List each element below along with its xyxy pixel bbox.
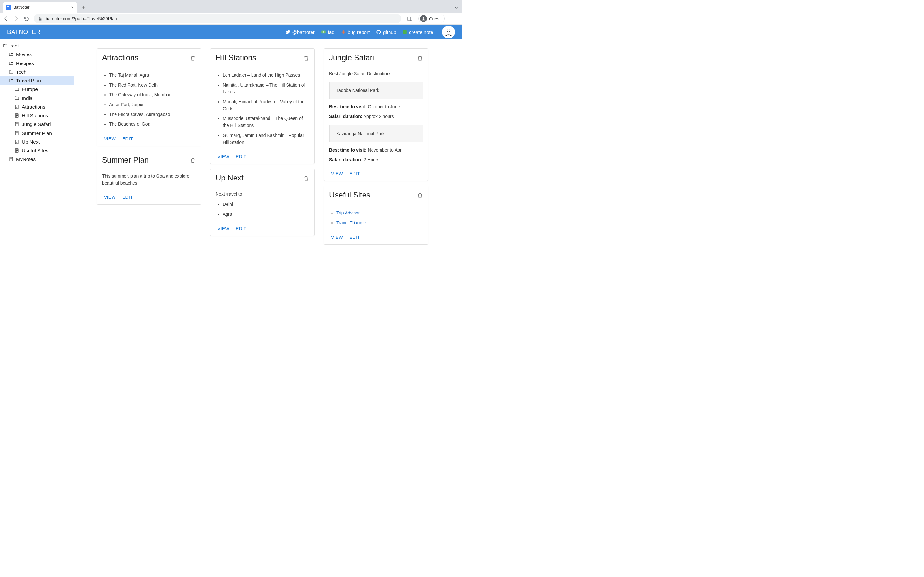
quote-block: Kaziranga National Park [329,125,423,143]
sidebar-item-europe[interactable]: Europe [0,85,74,93]
github-link[interactable]: github [376,29,396,35]
bug-report-link[interactable]: bug report [341,29,370,35]
sidebar-item-attractions[interactable]: Attractions [0,103,74,111]
list-item: Gulmarg, Jammu and Kashmir – Popular Hil… [223,132,309,146]
person-icon [420,15,427,22]
sidebar-item-label: Up Next [22,138,40,145]
view-button[interactable]: VIEW [218,226,229,231]
forward-button[interactable] [13,16,19,21]
note-icon [14,148,19,153]
twitter-icon [285,29,290,35]
bug-icon [341,30,346,35]
note-icon [14,139,19,144]
app-header: BATNOTER @batnoter ? faq bug report gith… [0,25,462,39]
edit-button[interactable]: EDIT [349,235,360,240]
sidebar-item-label: Movies [16,51,32,58]
sidebar: rootMoviesRecipesTechTravel PlanEuropeIn… [0,39,74,288]
tabs-dropdown-icon[interactable] [454,6,458,10]
info-line: Best time to visit: October to June [329,103,423,111]
card-hill-stations: Hill Stations Leh Ladakh – Land of the H… [210,48,315,164]
trash-icon[interactable] [190,155,196,163]
trash-icon[interactable] [417,190,423,198]
new-tab-button[interactable]: + [79,3,88,12]
info-line: Safari duration: Approx 2 hours [329,113,423,120]
create-note-button[interactable]: create note [403,29,433,35]
list-item: Manali, Himachal Pradesh – Valley of the… [223,98,309,112]
info-line: Safari duration: 2 Hours [329,156,423,163]
browser-menu-button[interactable]: ⋮ [449,15,459,22]
card-title: Up Next [216,173,244,182]
folder-icon [8,61,13,66]
card-useful-sites: Useful Sites Trip AdvisorTravel Triangle… [324,185,428,245]
sidebar-item-label: Summer Plan [22,129,52,137]
card-intro: Next travel to [216,191,309,198]
sidebar-item-tech[interactable]: Tech [0,68,74,76]
sidebar-item-recipes[interactable]: Recipes [0,59,74,68]
folder-icon [14,95,19,101]
trash-icon[interactable] [417,53,423,61]
sidebar-item-mynotes[interactable]: MyNotes [0,155,74,163]
note-icon [8,157,13,162]
sidebar-item-root[interactable]: root [0,41,74,50]
sidebar-item-useful-sites[interactable]: Useful Sites [0,146,74,155]
note-icon [14,104,19,109]
edit-button[interactable]: EDIT [122,195,133,200]
profile-button[interactable]: Guest [418,14,445,23]
sidebar-item-travel-plan[interactable]: Travel Plan [0,76,74,85]
svg-point-10 [447,29,450,32]
sidebar-item-up-next[interactable]: Up Next [0,137,74,146]
sidebar-item-label: root [10,42,19,49]
sidebar-item-summer-plan[interactable]: Summer Plan [0,129,74,137]
view-button[interactable]: VIEW [331,171,343,176]
address-bar[interactable]: batnoter.com/?path=Travel%20Plan [34,14,401,23]
browser-tab[interactable]: BatNoter × [3,2,77,13]
card-title: Jungle Safari [329,53,374,62]
view-button[interactable]: VIEW [104,195,116,200]
question-icon: ? [321,30,326,35]
list-item: The Ellora Caves, Aurangabad [109,111,196,118]
edit-button[interactable]: EDIT [236,226,246,231]
close-icon[interactable]: × [71,5,74,10]
quote-block: Tadoba National Park [329,82,423,99]
avatar[interactable]: </> [442,26,455,39]
reload-button[interactable] [24,16,29,21]
trash-icon[interactable] [190,53,196,61]
card-attractions: Attractions The Taj Mahal, AgraThe Red F… [97,48,201,146]
twitter-link[interactable]: @batnoter [285,29,315,35]
link[interactable]: Travel Triangle [336,220,366,226]
sidebar-item-movies[interactable]: Movies [0,50,74,59]
edit-button[interactable]: EDIT [349,171,360,176]
svg-point-3 [423,17,425,19]
trash-icon[interactable] [304,173,309,181]
sidebar-item-hill-stations[interactable]: Hill Stations [0,111,74,120]
github-icon [376,29,381,35]
card-text: This summer, plan a trip to Goa and expl… [102,173,196,187]
view-button[interactable]: VIEW [218,154,229,159]
view-button[interactable]: VIEW [104,136,116,141]
faq-link[interactable]: ? faq [321,29,334,35]
browser-tab-strip: BatNoter × + [0,0,462,13]
list-item: Agra [223,211,309,218]
sidebar-item-india[interactable]: India [0,94,74,103]
sidebar-item-jungle-safari[interactable]: Jungle Safari [0,120,74,129]
svg-text:?: ? [323,31,324,33]
sidebar-item-label: India [22,95,33,102]
folder-icon [8,69,13,74]
trash-icon[interactable] [304,53,309,61]
card-title: Hill Stations [216,53,256,62]
view-button[interactable]: VIEW [331,235,343,240]
link[interactable]: Trip Advisor [336,210,360,215]
sidebar-item-label: MyNotes [16,155,36,163]
card-title: Attractions [102,53,138,62]
header-nav: @batnoter ? faq bug report github create… [285,26,455,39]
folder-icon [8,52,13,57]
card-jungle-safari: Jungle Safari Best Jungle Safari Destina… [324,48,428,181]
side-panel-icon[interactable] [406,16,414,21]
edit-button[interactable]: EDIT [236,154,246,159]
edit-button[interactable]: EDIT [122,136,133,141]
brand-title[interactable]: BATNOTER [7,29,40,35]
list-item: The Taj Mahal, Agra [109,72,196,79]
back-button[interactable] [3,16,9,21]
url-text: batnoter.com/?path=Travel%20Plan [45,16,117,21]
card-title: Useful Sites [329,190,370,199]
